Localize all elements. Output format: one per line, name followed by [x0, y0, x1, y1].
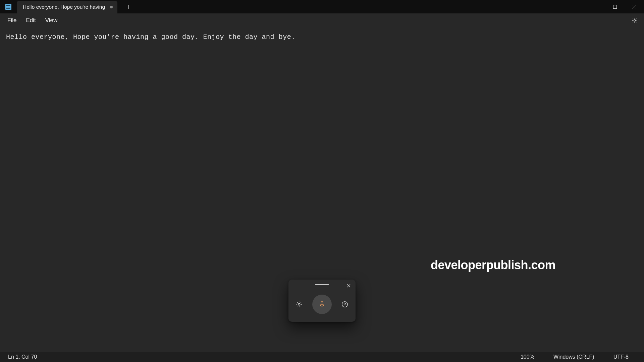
close-icon	[347, 284, 351, 288]
modified-indicator-icon	[110, 6, 113, 8]
menu-file[interactable]: File	[3, 15, 21, 26]
document-tab[interactable]: Hello everyone, Hope you're having	[17, 1, 117, 13]
notepad-icon	[5, 4, 11, 10]
title-bar-left: Hello everyone, Hope you're having	[0, 0, 586, 13]
help-icon	[341, 301, 348, 308]
gear-icon	[631, 17, 638, 24]
window-controls	[586, 0, 644, 13]
minimize-button[interactable]	[586, 0, 605, 13]
microphone-icon	[318, 301, 326, 308]
svg-rect-3	[321, 302, 323, 305]
svg-point-2	[298, 303, 300, 305]
close-window-button[interactable]	[625, 0, 644, 13]
voice-help-button[interactable]	[340, 300, 349, 309]
app-icon	[0, 0, 17, 13]
close-icon	[632, 5, 637, 9]
voice-panel-top[interactable]	[288, 280, 356, 290]
new-tab-button[interactable]	[121, 0, 136, 13]
svg-point-5	[344, 306, 345, 306]
status-bar: Ln 1, Col 70 100% Windows (CRLF) UTF-8	[0, 352, 644, 362]
status-line-ending[interactable]: Windows (CRLF)	[544, 352, 604, 362]
maximize-button[interactable]	[605, 0, 625, 13]
settings-button[interactable]	[628, 15, 641, 26]
status-position: Ln 1, Col 70	[6, 354, 511, 360]
title-bar: Hello everyone, Hope you're having	[0, 0, 644, 13]
status-right: 100% Windows (CRLF) UTF-8	[511, 352, 638, 362]
gear-icon	[296, 301, 303, 308]
voice-panel-body	[288, 290, 356, 322]
svg-rect-0	[613, 5, 616, 8]
watermark-text: developerpublish.com	[431, 258, 555, 272]
maximize-icon	[613, 5, 617, 9]
menu-bar: File Edit View	[0, 13, 644, 27]
status-zoom[interactable]: 100%	[511, 352, 544, 362]
tab-title: Hello everyone, Hope you're having	[23, 4, 107, 10]
voice-mic-button[interactable]	[312, 295, 332, 314]
voice-typing-panel[interactable]	[288, 280, 356, 322]
plus-icon	[126, 4, 131, 9]
status-encoding[interactable]: UTF-8	[604, 352, 638, 362]
voice-settings-button[interactable]	[295, 300, 304, 309]
svg-point-1	[634, 19, 635, 21]
menu-view[interactable]: View	[41, 15, 62, 26]
voice-close-button[interactable]	[344, 282, 353, 290]
menu-edit[interactable]: Edit	[21, 15, 40, 26]
drag-handle-icon[interactable]	[315, 284, 329, 285]
minimize-icon	[593, 5, 598, 9]
